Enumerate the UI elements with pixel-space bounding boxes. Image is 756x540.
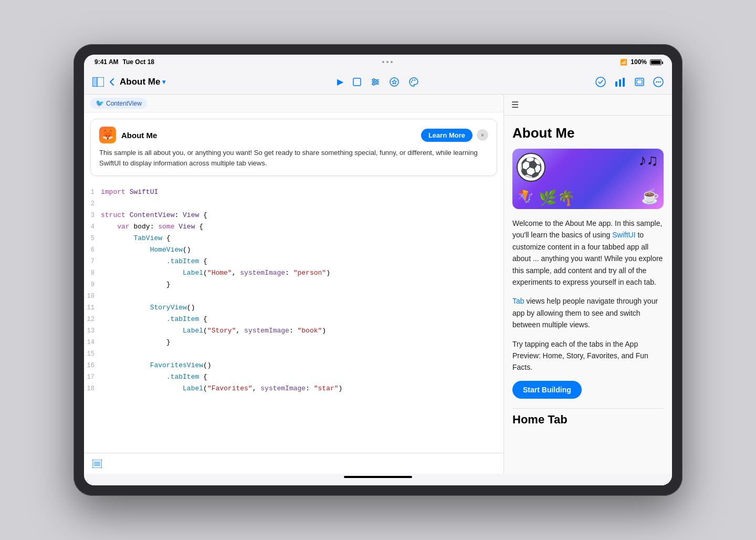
svg-point-14 bbox=[596, 77, 605, 87]
svg-rect-16 bbox=[619, 79, 621, 87]
preview-panel: ☰ About Me ⚽ ♪♫ 🌿🌴 bbox=[504, 95, 672, 474]
code-line: 2 bbox=[84, 198, 503, 210]
bottom-bar bbox=[84, 453, 503, 474]
time-display: 9:41 AM bbox=[94, 58, 119, 66]
checkmark-icon[interactable] bbox=[595, 77, 606, 87]
guide-card: 🦊 About Me Learn More × This sample is a… bbox=[90, 119, 497, 176]
code-line: 6 HomeView() bbox=[84, 244, 503, 256]
home-tab-section-title: Home Tab bbox=[512, 408, 664, 427]
main-area: 🐦 ContentView 🦊 About Me Learn More bbox=[84, 95, 672, 474]
code-line: 15 bbox=[84, 348, 503, 360]
preview-tab-text: Tab views help people navigate through y… bbox=[512, 295, 664, 330]
breadcrumb-chip[interactable]: 🐦 ContentView bbox=[90, 98, 147, 109]
palette-icon[interactable] bbox=[408, 77, 419, 87]
code-panel: 🐦 ContentView 🦊 About Me Learn More bbox=[84, 95, 504, 474]
code-line: 3 struct ContentView: View { bbox=[84, 210, 503, 221]
svg-point-9 bbox=[373, 83, 375, 85]
tab-link[interactable]: Tab bbox=[512, 297, 524, 305]
ipad-screen: 9:41 AM Tue Oct 18 ️📶 100% bbox=[84, 55, 672, 485]
sidebar-toggle-icon[interactable] bbox=[92, 77, 104, 87]
coffee-icon: ☕ bbox=[641, 188, 659, 205]
run-button[interactable]: ▶ bbox=[337, 77, 343, 87]
code-line: 1 import SwiftUI bbox=[84, 186, 503, 198]
learn-more-button[interactable]: Learn More bbox=[421, 129, 472, 142]
toolbar: About Me ▾ ▶ bbox=[84, 69, 672, 95]
home-indicator[interactable] bbox=[344, 476, 412, 478]
svg-point-13 bbox=[414, 79, 415, 80]
svg-point-12 bbox=[412, 79, 413, 80]
dot-indicator bbox=[382, 61, 384, 63]
list-view-icon[interactable] bbox=[92, 459, 102, 469]
start-building-button[interactable]: Start Building bbox=[512, 381, 582, 399]
svg-point-8 bbox=[376, 81, 378, 83]
app-icon: 🦊 bbox=[99, 127, 116, 143]
code-line: 5 TabView { bbox=[84, 233, 503, 244]
svg-rect-15 bbox=[615, 81, 617, 87]
wifi-icon: ️📶 bbox=[620, 59, 627, 66]
svg-rect-0 bbox=[92, 77, 97, 87]
date-display: Tue Oct 18 bbox=[123, 58, 154, 66]
code-line: 10 bbox=[84, 290, 503, 302]
svg-rect-3 bbox=[353, 78, 361, 86]
battery-icon bbox=[650, 59, 662, 65]
code-line: 8 Label("Home", systemImage: "person") bbox=[84, 267, 503, 279]
preview-body-text: Welcome to the About Me app. In this sam… bbox=[512, 217, 664, 288]
svg-point-11 bbox=[411, 81, 412, 82]
guide-description: This sample is all about you, or anythin… bbox=[99, 148, 488, 168]
code-line: 13 Label("Story", systemImage: "book") bbox=[84, 325, 503, 337]
soccer-ball-icon: ⚽ bbox=[517, 153, 545, 182]
starred-icon[interactable] bbox=[390, 77, 399, 87]
preview-try-text: Try tapping each of the tabs in the App … bbox=[512, 338, 664, 373]
svg-point-22 bbox=[658, 81, 659, 82]
code-line: 18 Label("Favorites", systemImage: "star… bbox=[84, 383, 503, 394]
breadcrumb-bar: 🐦 ContentView bbox=[84, 95, 503, 112]
code-line: 17 .tabItem { bbox=[84, 371, 503, 383]
svg-rect-19 bbox=[637, 80, 642, 84]
ipad-frame: 9:41 AM Tue Oct 18 ️📶 100% bbox=[74, 44, 682, 496]
more-options-icon[interactable] bbox=[653, 77, 664, 87]
guide-title: About Me bbox=[121, 131, 157, 140]
svg-point-10 bbox=[390, 78, 398, 86]
code-line: 7 .tabItem { bbox=[84, 256, 503, 267]
swift-bird-icon: 🐦 bbox=[96, 99, 104, 107]
code-line: 9 } bbox=[84, 279, 503, 290]
layers-icon[interactable] bbox=[634, 77, 645, 87]
stop-button[interactable] bbox=[353, 78, 361, 86]
svg-point-21 bbox=[656, 81, 657, 82]
preview-image: ⚽ ♪♫ 🌿🌴 ☕ 🪁 bbox=[512, 149, 664, 209]
svg-rect-17 bbox=[623, 78, 625, 87]
settings-icon[interactable] bbox=[371, 78, 380, 86]
file-title[interactable]: About Me ▾ bbox=[120, 77, 165, 87]
battery-percent: 100% bbox=[631, 58, 647, 66]
fan-icon: 🪁 bbox=[518, 189, 533, 204]
title-chevron: ▾ bbox=[162, 78, 165, 86]
code-line: 16 FavoritesView() bbox=[84, 360, 503, 371]
code-editor[interactable]: 1 import SwiftUI 2 3 struct ContentView:… bbox=[84, 182, 503, 453]
close-guide-button[interactable]: × bbox=[477, 129, 488, 141]
code-line: 14 } bbox=[84, 337, 503, 348]
back-button[interactable] bbox=[109, 78, 114, 86]
code-line: 11 StoryView() bbox=[84, 302, 503, 314]
chart-icon[interactable] bbox=[614, 77, 626, 87]
dot-indicator bbox=[391, 61, 393, 63]
preview-list-icon[interactable]: ☰ bbox=[511, 100, 519, 110]
swiftui-link[interactable]: SwiftUI bbox=[612, 231, 635, 239]
code-line: 4 var body: some View { bbox=[84, 221, 503, 233]
svg-point-7 bbox=[373, 79, 375, 81]
music-notes-icon: ♪♫ bbox=[639, 151, 659, 169]
preview-topbar: ☰ bbox=[504, 95, 672, 116]
leaves-icon: 🌿🌴 bbox=[539, 189, 575, 206]
dot-indicator bbox=[386, 61, 388, 63]
svg-point-23 bbox=[659, 81, 660, 82]
preview-title: About Me bbox=[512, 125, 664, 141]
status-bar: 9:41 AM Tue Oct 18 ️📶 100% bbox=[84, 55, 672, 69]
preview-content: About Me ⚽ ♪♫ 🌿🌴 ☕ bbox=[504, 116, 672, 474]
code-line: 12 .tabItem { bbox=[84, 314, 503, 325]
